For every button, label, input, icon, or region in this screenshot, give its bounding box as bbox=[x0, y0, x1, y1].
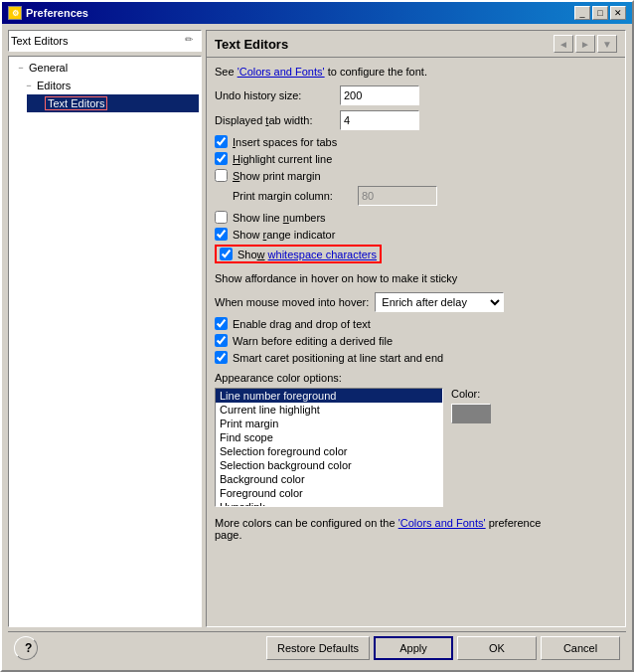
insert-spaces-checkbox[interactable] bbox=[215, 135, 228, 148]
description-text: See 'Colors and Fonts' to configure the … bbox=[215, 66, 617, 78]
footer-suffix: preference bbox=[486, 517, 542, 529]
warn-derived-label: Warn before editing a derived file bbox=[233, 335, 393, 347]
highlight-line-row: Highlight current line bbox=[215, 152, 617, 165]
listbox-item-current-line[interactable]: Current line highlight bbox=[216, 403, 442, 417]
show-range-row: Show range indicator bbox=[215, 228, 617, 241]
smart-caret-label: Smart caret positioning at line start an… bbox=[233, 352, 443, 364]
color-label: Color: bbox=[451, 388, 480, 400]
show-line-numbers-row: Show line numbers bbox=[215, 211, 617, 224]
restore-defaults-button[interactable]: Restore Defaults bbox=[266, 636, 370, 660]
window-title: Preferences bbox=[26, 7, 88, 19]
warn-derived-row: Warn before editing a derived file bbox=[215, 334, 617, 347]
expander-general: − bbox=[13, 60, 29, 76]
tree-item-editors[interactable]: − Editors bbox=[19, 77, 199, 94]
warn-derived-checkbox[interactable] bbox=[215, 334, 228, 347]
description-prefix: See bbox=[215, 66, 238, 78]
undo-history-row: Undo history size: bbox=[215, 85, 617, 105]
expander-text-editors bbox=[29, 95, 45, 111]
listbox-item-bg[interactable]: Background color bbox=[216, 472, 442, 486]
tree-item-general[interactable]: − General bbox=[11, 59, 199, 77]
tab-width-label: Displayed tab width: bbox=[215, 114, 334, 126]
smart-caret-checkbox[interactable] bbox=[215, 351, 228, 364]
show-range-label: Show range indicator bbox=[233, 229, 335, 241]
hover-row: When mouse moved into hover: Enrich afte… bbox=[215, 292, 617, 312]
left-panel: ✏ − General − Editors bbox=[8, 30, 202, 627]
appearance-label: Appearance color options: bbox=[215, 372, 617, 384]
tree-panel: − General − Editors Text Editors bbox=[8, 56, 202, 627]
listbox-item-fg[interactable]: Foreground color bbox=[216, 486, 442, 500]
color-swatch[interactable] bbox=[451, 404, 491, 423]
highlight-line-label: Highlight current line bbox=[233, 153, 332, 165]
enable-drag-checkbox[interactable] bbox=[215, 317, 228, 330]
listbox-item-print-margin[interactable]: Print margin bbox=[216, 417, 442, 430]
insert-spaces-label: Insert spaces for tabs bbox=[233, 136, 337, 148]
tree-label-text-editors: Text Editors bbox=[45, 96, 107, 110]
hover-label: When mouse moved into hover: bbox=[215, 296, 369, 308]
show-margin-checkbox[interactable] bbox=[215, 169, 228, 182]
tree-item-text-editors[interactable]: Text Editors bbox=[27, 94, 199, 112]
app-icon: ⚙ bbox=[8, 6, 22, 20]
undo-history-label: Undo history size: bbox=[215, 89, 334, 101]
footer-prefix: More colors can be configured on the bbox=[215, 517, 398, 529]
footer-page: page. bbox=[215, 529, 242, 541]
main-content: ✏ − General − Editors bbox=[8, 30, 626, 627]
margin-column-label: Print margin column: bbox=[233, 190, 352, 202]
title-bar: ⚙ Preferences _ □ ✕ bbox=[2, 2, 632, 24]
tab-width-input[interactable] bbox=[340, 110, 419, 130]
show-range-checkbox[interactable] bbox=[215, 228, 228, 241]
title-bar-buttons: _ □ ✕ bbox=[574, 6, 626, 20]
appearance-row: Line number foreground Current line high… bbox=[215, 388, 617, 507]
footer-colors-fonts-link[interactable]: 'Colors and Fonts' bbox=[398, 517, 486, 529]
hover-dropdown[interactable]: Enrich after delay Enrich immediately Ne… bbox=[375, 292, 504, 312]
apply-button[interactable]: Apply bbox=[374, 636, 453, 660]
right-header: Text Editors ◄ ► ▼ bbox=[207, 31, 625, 58]
listbox-item-hyperlink[interactable]: Hyperlink bbox=[216, 500, 442, 507]
listbox-item-line-fg[interactable]: Line number foreground bbox=[216, 389, 442, 403]
cancel-button[interactable]: Cancel bbox=[541, 636, 620, 660]
window-body: ✏ − General − Editors bbox=[2, 24, 632, 670]
filter-input[interactable] bbox=[11, 35, 185, 47]
smart-caret-row: Smart caret positioning at line start an… bbox=[215, 351, 617, 364]
affordance-label: Show affordance in hover on how to make … bbox=[215, 272, 457, 284]
scroll-panel[interactable]: See 'Colors and Fonts' to configure the … bbox=[207, 58, 625, 626]
nav-buttons: ◄ ► ▼ bbox=[554, 35, 617, 53]
bottom-bar: ? Restore Defaults Apply OK Cancel bbox=[8, 631, 626, 664]
help-button[interactable]: ? bbox=[14, 636, 38, 660]
show-line-numbers-checkbox[interactable] bbox=[215, 211, 228, 224]
title-bar-left: ⚙ Preferences bbox=[8, 6, 88, 20]
listbox-item-sel-fg[interactable]: Selection foreground color bbox=[216, 444, 442, 458]
expander-editors: − bbox=[21, 78, 37, 93]
insert-spaces-row: Insert spaces for tabs bbox=[215, 135, 617, 148]
whitespace-link[interactable]: whitespace characters bbox=[268, 249, 377, 260]
margin-column-input[interactable] bbox=[358, 186, 437, 206]
highlight-line-checkbox[interactable] bbox=[215, 152, 228, 165]
enable-drag-label: Enable drag and drop of text bbox=[233, 318, 371, 330]
forward-button[interactable]: ► bbox=[575, 35, 595, 53]
preferences-window: ⚙ Preferences _ □ ✕ ✏ − General bbox=[0, 0, 634, 672]
filter-icon: ✏ bbox=[185, 34, 199, 48]
listbox-item-sel-bg[interactable]: Selection background color bbox=[216, 458, 442, 472]
ok-button[interactable]: OK bbox=[457, 636, 537, 660]
nav-dropdown-button[interactable]: ▼ bbox=[597, 35, 617, 53]
back-button[interactable]: ◄ bbox=[554, 35, 573, 53]
margin-column-row: Print margin column: bbox=[233, 186, 617, 206]
colors-fonts-link[interactable]: 'Colors and Fonts' bbox=[238, 66, 325, 78]
show-line-numbers-label: Show line numbers bbox=[233, 212, 326, 224]
undo-history-input[interactable] bbox=[340, 85, 419, 105]
color-section: Color: bbox=[451, 388, 491, 423]
tree-label-editors: Editors bbox=[37, 80, 71, 91]
color-listbox[interactable]: Line number foreground Current line high… bbox=[215, 388, 443, 507]
maximize-button[interactable]: □ bbox=[592, 6, 608, 20]
affordance-text: Show affordance in hover on how to make … bbox=[215, 272, 617, 284]
show-whitespace-row: Show whitespace characters bbox=[215, 245, 382, 263]
minimize-button[interactable]: _ bbox=[574, 6, 590, 20]
footer-text: More colors can be configured on the 'Co… bbox=[215, 517, 617, 541]
close-button[interactable]: ✕ bbox=[610, 6, 626, 20]
show-whitespace-checkbox[interactable] bbox=[220, 248, 233, 260]
right-panel: Text Editors ◄ ► ▼ See 'Colors and Fonts… bbox=[206, 30, 626, 627]
listbox-item-find-scope[interactable]: Find scope bbox=[216, 430, 442, 444]
show-margin-label: Show print margin bbox=[233, 170, 321, 182]
right-panel-title: Text Editors bbox=[215, 37, 288, 52]
show-whitespace-label: Show whitespace characters bbox=[238, 249, 377, 260]
filter-box[interactable]: ✏ bbox=[8, 30, 202, 52]
